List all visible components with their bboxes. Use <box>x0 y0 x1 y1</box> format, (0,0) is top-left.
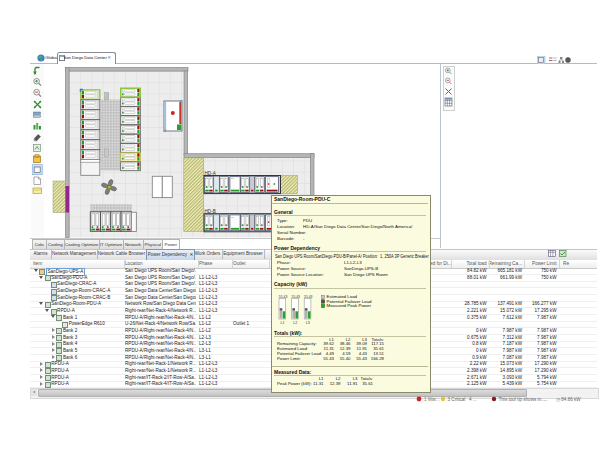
svg-text:This tool tip shows m...: This tool tip shows m... <box>499 396 546 401</box>
svg-text:L1: L1 <box>281 321 285 325</box>
svg-text:55.43: 55.43 <box>304 294 313 298</box>
svg-text:HD-A: HD-A <box>205 171 217 176</box>
svg-text:Measured Peak Power: Measured Peak Power <box>327 303 372 308</box>
svg-text:◷ 84.86 kW: ◷ 84.86 kW <box>556 396 581 401</box>
svg-text:L2: L2 <box>293 321 297 325</box>
svg-text:55.43: 55.43 <box>292 294 301 298</box>
svg-text:55.43: 55.43 <box>279 294 288 298</box>
svg-text:L3: L3 <box>306 321 310 325</box>
svg-text:3 Critical: 3 Critical <box>448 396 466 401</box>
svg-text:HD-B: HD-B <box>205 209 216 214</box>
svg-text:1 War...: 1 War... <box>424 396 440 401</box>
svg-text:...: ... <box>544 396 548 401</box>
svg-text:4 ...: 4 ... <box>469 396 477 401</box>
